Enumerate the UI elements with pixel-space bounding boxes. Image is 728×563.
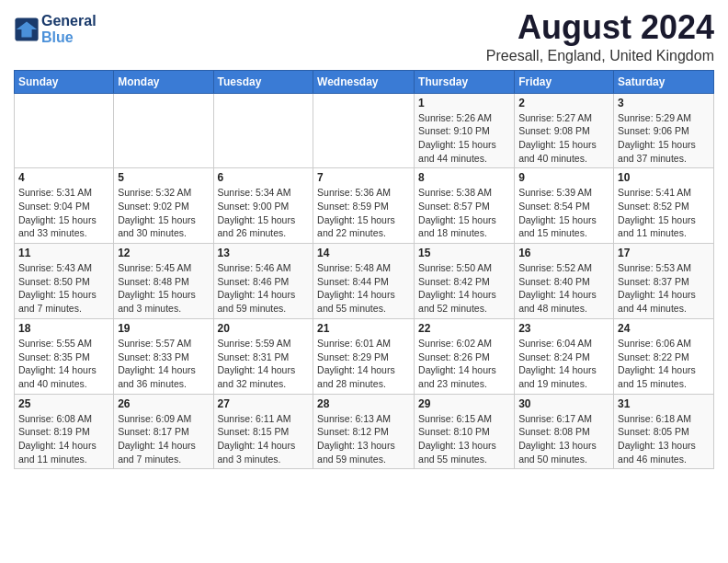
logo: General Blue (14, 13, 97, 45)
day-info: Sunrise: 5:27 AM Sunset: 9:08 PM Dayligh… (518, 111, 609, 166)
page-subtitle: Preesall, England, United Kingdom (486, 48, 714, 64)
day-number: 19 (118, 322, 209, 335)
calendar-cell: 25Sunrise: 6:08 AM Sunset: 8:19 PM Dayli… (15, 394, 114, 469)
day-number: 25 (18, 397, 109, 410)
calendar-cell: 18Sunrise: 5:55 AM Sunset: 8:35 PM Dayli… (15, 318, 114, 394)
col-header-saturday: Saturday (614, 70, 714, 93)
calendar-week-3: 11Sunrise: 5:43 AM Sunset: 8:50 PM Dayli… (15, 244, 714, 319)
calendar-cell: 12Sunrise: 5:45 AM Sunset: 8:48 PM Dayli… (114, 244, 213, 319)
day-info: Sunrise: 5:26 AM Sunset: 9:10 PM Dayligh… (418, 111, 510, 166)
calendar-cell: 16Sunrise: 5:52 AM Sunset: 8:40 PM Dayli… (515, 244, 614, 319)
day-number: 23 (518, 322, 609, 335)
day-number: 21 (317, 322, 410, 335)
day-number: 10 (618, 171, 710, 184)
day-info: Sunrise: 5:31 AM Sunset: 9:04 PM Dayligh… (18, 186, 109, 240)
col-header-sunday: Sunday (15, 70, 114, 93)
calendar-cell (213, 93, 313, 168)
calendar-week-5: 25Sunrise: 6:08 AM Sunset: 8:19 PM Dayli… (15, 394, 714, 469)
day-info: Sunrise: 5:32 AM Sunset: 9:02 PM Dayligh… (118, 186, 209, 240)
calendar-cell: 23Sunrise: 6:04 AM Sunset: 8:24 PM Dayli… (515, 318, 614, 394)
day-info: Sunrise: 6:08 AM Sunset: 8:19 PM Dayligh… (18, 412, 109, 466)
day-number: 27 (218, 397, 310, 410)
day-info: Sunrise: 5:50 AM Sunset: 8:42 PM Dayligh… (418, 261, 510, 316)
day-number: 9 (518, 171, 609, 184)
col-header-monday: Monday (114, 70, 213, 93)
col-header-wednesday: Wednesday (313, 70, 415, 93)
day-info: Sunrise: 6:15 AM Sunset: 8:10 PM Dayligh… (418, 412, 510, 466)
day-info: Sunrise: 5:39 AM Sunset: 8:54 PM Dayligh… (518, 186, 609, 240)
logo-text-line2: Blue (41, 29, 97, 46)
calendar-cell (313, 93, 415, 168)
calendar-cell: 10Sunrise: 5:41 AM Sunset: 8:52 PM Dayli… (614, 168, 714, 244)
day-number: 8 (418, 171, 510, 184)
calendar-cell: 14Sunrise: 5:48 AM Sunset: 8:44 PM Dayli… (313, 244, 415, 319)
day-info: Sunrise: 6:04 AM Sunset: 8:24 PM Dayligh… (518, 337, 609, 391)
day-number: 4 (18, 171, 109, 184)
calendar-cell: 26Sunrise: 6:09 AM Sunset: 8:17 PM Dayli… (114, 394, 213, 469)
day-info: Sunrise: 5:52 AM Sunset: 8:40 PM Dayligh… (518, 261, 609, 316)
day-info: Sunrise: 6:01 AM Sunset: 8:29 PM Dayligh… (317, 337, 410, 391)
day-info: Sunrise: 6:13 AM Sunset: 8:12 PM Dayligh… (317, 412, 410, 466)
calendar-cell: 15Sunrise: 5:50 AM Sunset: 8:42 PM Dayli… (415, 244, 515, 319)
day-number: 31 (618, 397, 710, 410)
calendar-table: SundayMondayTuesdayWednesdayThursdayFrid… (14, 70, 714, 470)
day-info: Sunrise: 5:36 AM Sunset: 8:59 PM Dayligh… (317, 186, 410, 240)
day-number: 16 (518, 247, 609, 259)
day-info: Sunrise: 5:57 AM Sunset: 8:33 PM Dayligh… (118, 337, 209, 391)
calendar-cell: 27Sunrise: 6:11 AM Sunset: 8:15 PM Dayli… (213, 394, 313, 469)
calendar-cell: 1Sunrise: 5:26 AM Sunset: 9:10 PM Daylig… (415, 93, 515, 168)
day-number: 13 (218, 247, 310, 259)
calendar-cell (15, 93, 114, 168)
day-number: 15 (418, 247, 510, 259)
header: General Blue August 2024 Preesall, Engla… (14, 9, 714, 64)
logo-icon (14, 17, 40, 42)
day-number: 1 (418, 97, 510, 109)
day-info: Sunrise: 5:48 AM Sunset: 8:44 PM Dayligh… (317, 261, 410, 316)
calendar-week-2: 4Sunrise: 5:31 AM Sunset: 9:04 PM Daylig… (15, 168, 714, 244)
day-number: 18 (18, 322, 109, 335)
day-info: Sunrise: 5:38 AM Sunset: 8:57 PM Dayligh… (418, 186, 510, 240)
day-info: Sunrise: 6:02 AM Sunset: 8:26 PM Dayligh… (418, 337, 510, 391)
col-header-thursday: Thursday (415, 70, 515, 93)
calendar-cell: 5Sunrise: 5:32 AM Sunset: 9:02 PM Daylig… (114, 168, 213, 244)
col-header-tuesday: Tuesday (213, 70, 313, 93)
day-number: 12 (118, 247, 209, 259)
calendar-cell: 17Sunrise: 5:53 AM Sunset: 8:37 PM Dayli… (614, 244, 714, 319)
day-number: 24 (618, 322, 710, 335)
day-info: Sunrise: 5:29 AM Sunset: 9:06 PM Dayligh… (618, 111, 710, 166)
calendar-cell: 30Sunrise: 6:17 AM Sunset: 8:08 PM Dayli… (515, 394, 614, 469)
calendar-cell: 2Sunrise: 5:27 AM Sunset: 9:08 PM Daylig… (515, 93, 614, 168)
calendar-cell: 28Sunrise: 6:13 AM Sunset: 8:12 PM Dayli… (313, 394, 415, 469)
calendar-cell: 22Sunrise: 6:02 AM Sunset: 8:26 PM Dayli… (415, 318, 515, 394)
col-header-friday: Friday (515, 70, 614, 93)
day-number: 14 (317, 247, 410, 259)
day-number: 2 (518, 97, 609, 109)
calendar-header: SundayMondayTuesdayWednesdayThursdayFrid… (15, 70, 714, 93)
day-info: Sunrise: 6:09 AM Sunset: 8:17 PM Dayligh… (118, 412, 209, 466)
page-title: August 2024 (486, 9, 714, 46)
calendar-cell: 11Sunrise: 5:43 AM Sunset: 8:50 PM Dayli… (15, 244, 114, 319)
calendar-cell: 6Sunrise: 5:34 AM Sunset: 9:00 PM Daylig… (213, 168, 313, 244)
calendar-week-1: 1Sunrise: 5:26 AM Sunset: 9:10 PM Daylig… (15, 93, 714, 168)
day-info: Sunrise: 6:18 AM Sunset: 8:05 PM Dayligh… (618, 412, 710, 466)
title-area: August 2024 Preesall, England, United Ki… (486, 9, 714, 64)
calendar-cell: 7Sunrise: 5:36 AM Sunset: 8:59 PM Daylig… (313, 168, 415, 244)
day-info: Sunrise: 5:46 AM Sunset: 8:46 PM Dayligh… (218, 261, 310, 316)
day-info: Sunrise: 5:53 AM Sunset: 8:37 PM Dayligh… (618, 261, 710, 316)
day-number: 6 (218, 171, 310, 184)
day-info: Sunrise: 5:45 AM Sunset: 8:48 PM Dayligh… (118, 261, 209, 316)
day-number: 22 (418, 322, 510, 335)
day-info: Sunrise: 5:59 AM Sunset: 8:31 PM Dayligh… (218, 337, 310, 391)
day-info: Sunrise: 6:06 AM Sunset: 8:22 PM Dayligh… (618, 337, 710, 391)
day-number: 29 (418, 397, 510, 410)
day-number: 26 (118, 397, 209, 410)
day-info: Sunrise: 6:17 AM Sunset: 8:08 PM Dayligh… (518, 412, 609, 466)
day-info: Sunrise: 5:43 AM Sunset: 8:50 PM Dayligh… (18, 261, 109, 316)
day-info: Sunrise: 5:41 AM Sunset: 8:52 PM Dayligh… (618, 186, 710, 240)
day-number: 17 (618, 247, 710, 259)
calendar-cell: 3Sunrise: 5:29 AM Sunset: 9:06 PM Daylig… (614, 93, 714, 168)
day-number: 7 (317, 171, 410, 184)
day-number: 20 (218, 322, 310, 335)
day-info: Sunrise: 5:34 AM Sunset: 9:00 PM Dayligh… (218, 186, 310, 240)
calendar-cell (114, 93, 213, 168)
